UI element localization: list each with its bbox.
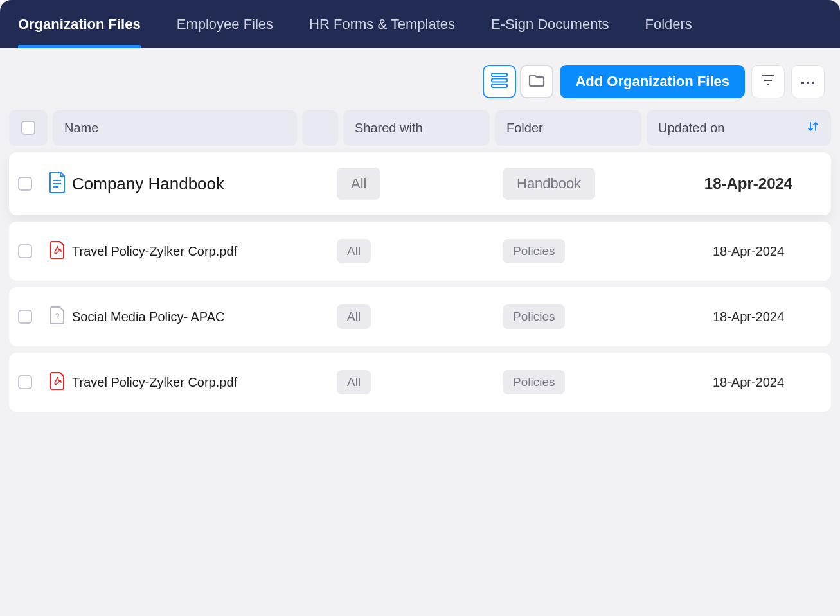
updated-on-cell: 18-Apr-2024: [675, 244, 822, 259]
folder-cell: Policies: [503, 239, 675, 263]
column-header-spacer: [302, 110, 338, 146]
tabs-bar: Organization Files Employee Files HR For…: [0, 0, 840, 48]
folder-cell: Handbook: [503, 168, 675, 200]
folder-tag: Handbook: [503, 168, 595, 200]
tab-organization-files[interactable]: Organization Files: [0, 0, 159, 48]
row-checkbox[interactable]: [18, 244, 32, 258]
tab-folders[interactable]: Folders: [627, 0, 710, 48]
add-organization-files-button[interactable]: Add Organization Files: [560, 65, 745, 98]
filter-icon: [761, 75, 775, 89]
file-row[interactable]: ? Social Media Policy- APAC All Policies…: [9, 287, 831, 346]
file-name: Company Handbook: [72, 174, 337, 194]
view-toggle: [483, 65, 553, 98]
column-label: Folder: [506, 121, 543, 136]
shared-with-cell: All: [337, 168, 503, 200]
file-row[interactable]: Company Handbook All Handbook 18-Apr-202…: [9, 152, 831, 215]
select-all-checkbox[interactable]: [21, 121, 35, 135]
svg-rect-2: [492, 84, 507, 87]
column-label: Updated on: [658, 121, 724, 136]
svg-rect-0: [492, 73, 507, 76]
updated-on-cell: 18-Apr-2024: [675, 375, 822, 390]
column-header-shared-with[interactable]: Shared with: [343, 110, 490, 146]
updated-on-cell: 18-Apr-2024: [675, 310, 822, 324]
sort-icon: [807, 120, 819, 136]
more-options-button[interactable]: [791, 65, 825, 98]
folder-cell: Policies: [503, 370, 675, 394]
list-icon: [490, 73, 508, 91]
row-checkbox-cell: [18, 310, 44, 324]
column-header-folder[interactable]: Folder: [495, 110, 641, 146]
file-row[interactable]: Travel Policy-Zylker Corp.pdf All Polici…: [9, 353, 831, 412]
file-name: Social Media Policy- APAC: [72, 310, 337, 324]
list-view-button[interactable]: [483, 65, 516, 98]
file-row[interactable]: Travel Policy-Zylker Corp.pdf All Polici…: [9, 222, 831, 281]
shared-with-cell: All: [337, 239, 503, 263]
file-name: Travel Policy-Zylker Corp.pdf: [72, 375, 337, 390]
column-label: Shared with: [355, 121, 423, 136]
column-header-name[interactable]: Name: [53, 110, 297, 146]
toolbar: Add Organization Files: [0, 48, 840, 110]
file-type-icon-cell: ?: [44, 306, 72, 328]
pdf-icon: [49, 240, 66, 262]
tab-hr-forms-templates[interactable]: HR Forms & Templates: [291, 0, 473, 48]
tab-employee-files[interactable]: Employee Files: [159, 0, 291, 48]
folder-cell: Policies: [503, 304, 675, 329]
unknown-file-icon: ?: [49, 306, 66, 328]
files-table: Name Shared with Folder Updated on: [0, 110, 840, 412]
file-type-icon-cell: [44, 171, 72, 197]
svg-point-8: [812, 82, 814, 84]
shared-with-tag: All: [337, 304, 371, 329]
table-header: Name Shared with Folder Updated on: [9, 110, 831, 146]
row-checkbox-cell: [18, 177, 44, 191]
folder-icon: [528, 73, 546, 91]
folder-tag: Policies: [503, 239, 565, 263]
folder-tag: Policies: [503, 370, 565, 394]
tab-esign-documents[interactable]: E-Sign Documents: [473, 0, 627, 48]
folder-tag: Policies: [503, 304, 565, 329]
column-header-updated-on[interactable]: Updated on: [647, 110, 831, 146]
file-type-icon-cell: [44, 371, 72, 393]
select-all-cell: [9, 110, 48, 146]
svg-rect-1: [492, 79, 507, 82]
file-name: Travel Policy-Zylker Corp.pdf: [72, 244, 337, 259]
svg-point-7: [807, 82, 809, 84]
shared-with-tag: All: [337, 239, 371, 263]
row-checkbox-cell: [18, 375, 44, 389]
shared-with-tag: All: [337, 370, 371, 394]
shared-with-tag: All: [337, 168, 380, 200]
svg-text:?: ?: [55, 312, 60, 321]
updated-on-cell: 18-Apr-2024: [675, 175, 822, 193]
svg-point-6: [801, 82, 804, 84]
folder-view-button[interactable]: [520, 65, 553, 98]
shared-with-cell: All: [337, 304, 503, 329]
shared-with-cell: All: [337, 370, 503, 394]
row-checkbox[interactable]: [18, 375, 32, 389]
row-checkbox[interactable]: [18, 310, 32, 324]
pdf-icon: [49, 371, 66, 393]
file-type-icon-cell: [44, 240, 72, 262]
row-checkbox-cell: [18, 244, 44, 258]
more-horizontal-icon: [801, 76, 815, 87]
document-icon: [48, 171, 67, 197]
column-label: Name: [64, 121, 98, 136]
row-checkbox[interactable]: [18, 177, 32, 191]
filter-button[interactable]: [751, 65, 785, 98]
